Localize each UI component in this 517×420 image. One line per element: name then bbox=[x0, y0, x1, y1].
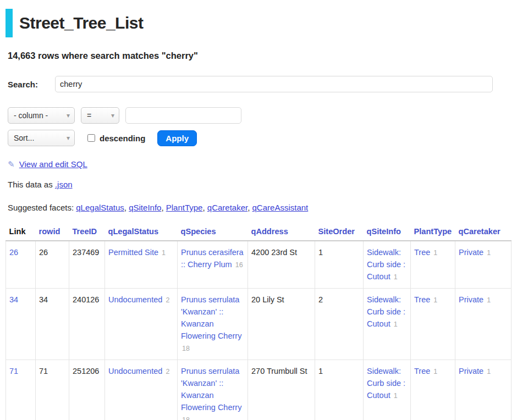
qlegalstatus-link[interactable]: Undocumented bbox=[108, 367, 162, 375]
col-header-qspecies[interactable]: qSpecies bbox=[178, 224, 248, 241]
col-header-planttype-link[interactable]: PlantType bbox=[414, 227, 452, 236]
col-header-qlegalstatus-link[interactable]: qLegalStatus bbox=[108, 227, 159, 236]
facet-count: 1 bbox=[433, 368, 437, 375]
facets-row: Suggested facets: qLegalStatusqSiteInfoP… bbox=[8, 203, 513, 212]
operator-select-value: = bbox=[87, 111, 91, 120]
qlegalstatus-link[interactable]: Undocumented bbox=[108, 295, 162, 304]
cell-qaddress: 270 Trumbull St bbox=[248, 360, 315, 420]
facets-prefix: Suggested facets: bbox=[8, 203, 74, 212]
facet-count: 1 bbox=[394, 273, 398, 281]
qcaretaker-link[interactable]: Private bbox=[459, 367, 483, 375]
chevron-down-icon: ▾ bbox=[67, 134, 70, 142]
planttype-link[interactable]: Tree bbox=[414, 295, 430, 304]
col-header-qcaretaker[interactable]: qCaretaker bbox=[455, 224, 512, 241]
facet-link-qlegalstatus[interactable]: qLegalStatus bbox=[76, 203, 124, 212]
cell-siteorder: 1 bbox=[315, 241, 364, 289]
qsiteinfo-link[interactable]: Sidewalk: Curb side : Cutout bbox=[367, 367, 405, 400]
row-link[interactable]: 26 bbox=[9, 248, 18, 257]
facet-count: 18 bbox=[182, 345, 190, 352]
qspecies-link[interactable]: Prunus serrulata 'Kwanzan' :: Kwanzan Fl… bbox=[181, 367, 241, 412]
pencil-icon: ✎ bbox=[8, 159, 15, 169]
descending-label: descending bbox=[100, 134, 145, 143]
cell-planttype: Tree 1 bbox=[411, 289, 455, 360]
col-header-rowid-link[interactable]: rowid bbox=[39, 227, 61, 236]
chevron-down-icon: ▾ bbox=[67, 112, 70, 119]
row-link[interactable]: 34 bbox=[9, 295, 18, 304]
results-table: Link rowid TreeID qLegalStatus qSpecies … bbox=[6, 224, 512, 420]
col-header-treeid[interactable]: TreeID bbox=[69, 224, 105, 241]
page-title: Street_Tree_List bbox=[19, 9, 143, 37]
facet-count: 1 bbox=[433, 296, 437, 304]
col-header-treeid-link[interactable]: TreeID bbox=[73, 227, 97, 236]
view-edit-sql-link[interactable]: View and edit SQL bbox=[19, 159, 87, 169]
col-header-rowid[interactable]: rowid bbox=[36, 224, 69, 241]
planttype-link[interactable]: Tree bbox=[414, 367, 430, 375]
table-row: 71 71 251206 Undocumented 2 Prunus serru… bbox=[6, 360, 512, 420]
facet-link-qcaretaker[interactable]: qCaretaker bbox=[207, 203, 248, 212]
cell-qspecies: Prunus serrulata 'Kwanzan' :: Kwanzan Fl… bbox=[178, 360, 248, 420]
cell-qaddress: 4200 23rd St bbox=[248, 241, 315, 289]
accent-bar bbox=[6, 9, 13, 37]
qlegalstatus-link[interactable]: Permitted Site bbox=[108, 248, 158, 257]
qspecies-link[interactable]: Prunus serrulata 'Kwanzan' :: Kwanzan Fl… bbox=[181, 295, 241, 340]
filter-value-input[interactable] bbox=[125, 107, 241, 124]
chevron-down-icon: ▾ bbox=[111, 112, 114, 119]
cell-siteorder: 2 bbox=[315, 289, 364, 360]
facet-link-planttype[interactable]: PlantType bbox=[166, 203, 203, 212]
sort-select-value: Sort... bbox=[14, 134, 34, 142]
cell-rowid: 34 bbox=[36, 289, 69, 360]
table-row: 26 26 237469 Permitted Site 1 Prunus cer… bbox=[6, 241, 512, 289]
col-header-qspecies-link[interactable]: qSpecies bbox=[181, 227, 216, 236]
col-header-qsiteinfo[interactable]: qSiteInfo bbox=[364, 224, 411, 241]
col-header-qcaretaker-link[interactable]: qCaretaker bbox=[459, 227, 501, 236]
cell-qsiteinfo: Sidewalk: Curb side : Cutout 1 bbox=[364, 289, 411, 360]
col-header-qlegalstatus[interactable]: qLegalStatus bbox=[105, 224, 178, 241]
facet-link-qsiteinfo[interactable]: qSiteInfo bbox=[129, 203, 161, 212]
cell-qspecies: Prunus serrulata 'Kwanzan' :: Kwanzan Fl… bbox=[178, 289, 248, 360]
facet-link-qcareassistant[interactable]: qCareAssistant bbox=[252, 203, 309, 212]
sort-select[interactable]: Sort... ▾ bbox=[8, 130, 75, 146]
cell-qcaretaker: Private 1 bbox=[455, 241, 512, 289]
descending-checkbox[interactable] bbox=[87, 134, 95, 142]
export-row: This data as .json bbox=[8, 180, 513, 189]
cell-qlegalstatus: Undocumented 2 bbox=[105, 289, 178, 360]
cell-qspecies: Prunus cerasifera :: Cherry Plum 16 bbox=[178, 241, 248, 289]
col-header-qaddress-link[interactable]: qAddress bbox=[251, 227, 288, 236]
cell-qaddress: 20 Lily St bbox=[248, 289, 315, 360]
operator-select[interactable]: = ▾ bbox=[81, 107, 119, 124]
cell-siteorder: 1 bbox=[315, 360, 364, 420]
facet-count: 1 bbox=[162, 249, 166, 257]
col-header-siteorder[interactable]: SiteOrder bbox=[315, 224, 364, 241]
cell-link: 34 bbox=[6, 289, 36, 360]
facet-count: 1 bbox=[394, 392, 398, 400]
planttype-link[interactable]: Tree bbox=[414, 248, 430, 257]
column-select[interactable]: - column - ▾ bbox=[8, 107, 75, 124]
search-input[interactable] bbox=[55, 76, 493, 92]
table-row: 34 34 240126 Undocumented 2 Prunus serru… bbox=[6, 289, 512, 360]
titlebar: Street_Tree_List bbox=[6, 9, 513, 37]
facet-count: 1 bbox=[433, 249, 437, 257]
col-header-link: Link bbox=[6, 224, 36, 241]
cell-qcaretaker: Private 1 bbox=[455, 289, 512, 360]
qcaretaker-link[interactable]: Private bbox=[459, 248, 483, 257]
page: Street_Tree_List 14,663 rows where searc… bbox=[0, 0, 517, 420]
cell-treeid: 240126 bbox=[69, 289, 105, 360]
cell-qlegalstatus: Permitted Site 1 bbox=[105, 241, 178, 289]
row-link[interactable]: 71 bbox=[9, 367, 18, 375]
qspecies-link[interactable]: Prunus cerasifera :: Cherry Plum bbox=[181, 248, 244, 269]
export-prefix: This data as bbox=[8, 180, 53, 189]
col-header-qsiteinfo-link[interactable]: qSiteInfo bbox=[367, 227, 401, 236]
qcaretaker-link[interactable]: Private bbox=[459, 295, 483, 304]
cell-link: 71 bbox=[6, 360, 36, 420]
row-count-summary: 14,663 rows where search matches "cherry… bbox=[8, 51, 513, 61]
search-label: Search: bbox=[8, 80, 55, 89]
cell-qsiteinfo: Sidewalk: Curb side : Cutout 1 bbox=[364, 241, 411, 289]
json-export-link[interactable]: .json bbox=[55, 180, 73, 189]
col-header-siteorder-link[interactable]: SiteOrder bbox=[318, 227, 355, 236]
apply-button[interactable]: Apply bbox=[157, 130, 197, 146]
col-header-planttype[interactable]: PlantType bbox=[411, 224, 455, 241]
facet-count: 1 bbox=[487, 296, 491, 304]
qsiteinfo-link[interactable]: Sidewalk: Curb side : Cutout bbox=[367, 248, 405, 281]
col-header-qaddress[interactable]: qAddress bbox=[248, 224, 315, 241]
qsiteinfo-link[interactable]: Sidewalk: Curb side : Cutout bbox=[367, 295, 405, 328]
